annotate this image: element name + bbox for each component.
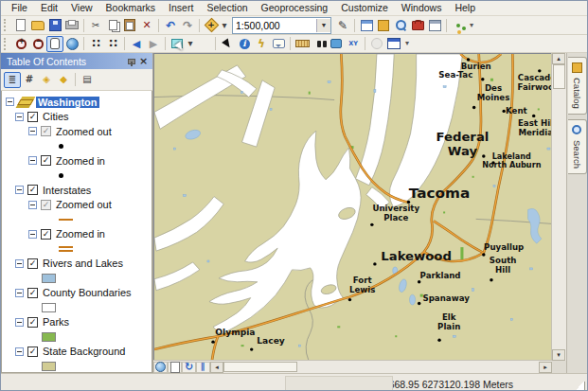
menu-view[interactable]: View	[64, 1, 99, 15]
layer-label[interactable]: County Boundaries	[43, 287, 132, 298]
layer-label[interactable]: Washington	[36, 97, 99, 108]
layer-visibility-checkbox[interactable]: ✓	[41, 200, 51, 210]
measure-button[interactable]	[294, 36, 311, 52]
layer-label[interactable]: Zoomed out	[56, 199, 112, 210]
scroll-down-icon[interactable]: ▾	[552, 349, 565, 361]
new-document-button[interactable]	[12, 17, 29, 33]
layer-visibility-checkbox[interactable]: ✓	[27, 317, 38, 328]
vertical-scroll-track[interactable]	[552, 89, 566, 349]
toc-title-bar[interactable]: Table Of Contents ×	[1, 53, 152, 69]
toc-row-interstates[interactable]: ✓Interstates	[2, 183, 151, 198]
menu-windows[interactable]: Windows	[395, 1, 449, 15]
pause-button[interactable]: ∥	[196, 362, 210, 373]
open-folder-button[interactable]	[29, 17, 46, 33]
pin-icon[interactable]	[125, 55, 137, 67]
zoom-out-button[interactable]	[29, 36, 46, 52]
clear-selection-button[interactable]	[195, 36, 212, 52]
full-extent-button[interactable]	[63, 36, 80, 52]
cut-button[interactable]: ✂	[87, 17, 104, 33]
collapse-icon[interactable]	[15, 259, 24, 268]
symbol-dot[interactable]	[59, 144, 63, 149]
map-scale-dropdown[interactable]: ▼	[316, 19, 330, 32]
layer-visibility-checkbox[interactable]: ✓	[27, 288, 38, 298]
menu-bookmarks[interactable]: Bookmarks	[99, 1, 163, 15]
symbol-swatch[interactable]	[42, 362, 56, 371]
data-view-button[interactable]	[153, 362, 168, 373]
horizontal-scroll-thumb[interactable]	[223, 362, 297, 372]
pan-button[interactable]	[46, 36, 63, 52]
toc-row-washington[interactable]: Washington	[2, 95, 151, 110]
collapse-icon[interactable]	[28, 230, 37, 239]
toc-options-button[interactable]: ▤	[79, 72, 96, 88]
scroll-right-icon[interactable]: ▸	[539, 362, 552, 373]
collapse-icon[interactable]	[15, 113, 24, 121]
toolbar-grip[interactable]	[4, 19, 9, 31]
list-by-drawing-order-button[interactable]: ≣	[4, 72, 21, 88]
layer-label[interactable]: Interstates	[43, 185, 91, 196]
collapse-icon[interactable]	[15, 289, 24, 297]
layer-visibility-checkbox[interactable]: ✓	[27, 347, 38, 357]
layer-visibility-checkbox[interactable]: ✓	[41, 126, 51, 136]
catalog-window-button[interactable]	[375, 17, 392, 33]
scroll-up-icon[interactable]: ▴	[552, 53, 565, 64]
symbol-line-double[interactable]	[59, 246, 73, 252]
editor-pencil-button[interactable]: ✎	[334, 17, 351, 33]
back-arrow-button[interactable]: ◀	[128, 36, 145, 52]
layer-label[interactable]: Zoomed out	[56, 126, 112, 137]
forward-arrow-button[interactable]: ▶	[145, 36, 162, 52]
layer-visibility-checkbox[interactable]: ✓	[41, 229, 51, 240]
find-route-button[interactable]	[328, 36, 345, 52]
symbol-swatch[interactable]	[42, 303, 56, 312]
toc-row-zoomed-in[interactable]: ✓Zoomed in	[2, 227, 151, 242]
python-window-button[interactable]	[426, 17, 443, 33]
collapse-icon[interactable]	[28, 127, 37, 135]
dock-tab-search[interactable]: Search	[568, 119, 587, 174]
menu-file[interactable]: File	[5, 1, 34, 15]
undo-button[interactable]: ↶	[162, 17, 179, 33]
layer-visibility-checkbox[interactable]: ✓	[27, 185, 38, 195]
toc-row-rivers-and-lakes[interactable]: ✓Rivers and Lakes	[2, 257, 151, 272]
html-popup-button[interactable]	[270, 36, 287, 52]
go-to-xy-button[interactable]: XY	[345, 36, 362, 52]
print-button[interactable]	[63, 17, 80, 33]
layer-visibility-checkbox[interactable]: ✓	[27, 258, 38, 269]
toolbar-overflow-button[interactable]: ▾	[467, 17, 476, 33]
layer-visibility-checkbox[interactable]: ✓	[27, 112, 38, 122]
scroll-left-icon[interactable]: ◂	[210, 362, 223, 373]
toc-window-button[interactable]	[358, 17, 375, 33]
layer-visibility-checkbox[interactable]: ✓	[41, 155, 51, 166]
map-scale-combo[interactable]: ▼	[232, 17, 331, 34]
map-scale-input[interactable]	[233, 19, 316, 32]
save-button[interactable]	[46, 17, 63, 33]
menu-selection[interactable]: Selection	[200, 1, 254, 15]
list-by-source-button[interactable]: #	[21, 72, 38, 88]
toc-row-county-boundaries[interactable]: ✓County Boundaries	[2, 286, 151, 301]
toc-row-zoomed-out[interactable]: ✓Zoomed out	[2, 124, 151, 139]
menu-customize[interactable]: Customize	[334, 1, 395, 15]
list-by-visibility-button[interactable]: ◈	[38, 72, 55, 88]
symbol-swatch[interactable]	[42, 274, 56, 283]
menu-edit[interactable]: Edit	[34, 1, 64, 15]
menu-geoprocessing[interactable]: Geoprocessing	[255, 1, 335, 15]
toc-row-parks[interactable]: ✓Parks	[2, 315, 151, 330]
layer-label[interactable]: Parks	[43, 316, 69, 328]
menu-help[interactable]: Help	[448, 1, 482, 15]
fixed-zoom-out-button[interactable]: ∷	[104, 36, 121, 52]
collapse-icon[interactable]	[28, 201, 37, 209]
symbol-swatch[interactable]	[42, 332, 56, 342]
toolbar-overflow-button[interactable]: ▾	[402, 36, 412, 52]
toc-row-zoomed-out[interactable]: ✓Zoomed out	[2, 198, 151, 213]
menu-insert[interactable]: Insert	[162, 1, 200, 15]
arctoolbox-button[interactable]	[409, 17, 426, 33]
copy-button[interactable]	[104, 17, 121, 33]
refresh-button[interactable]: ↻	[182, 362, 196, 373]
select-features-button[interactable]	[169, 36, 186, 52]
resize-grip[interactable]	[574, 382, 585, 391]
model-builder-button[interactable]	[450, 17, 467, 33]
hyperlink-button[interactable]: ϟ	[253, 36, 270, 52]
layer-label[interactable]: Zoomed in	[56, 155, 105, 167]
delete-button[interactable]: ✕	[138, 17, 155, 33]
fixed-zoom-in-button[interactable]: ∷	[87, 36, 104, 52]
toolbar-grip[interactable]	[4, 38, 9, 50]
layer-label[interactable]: Cities	[43, 111, 69, 122]
